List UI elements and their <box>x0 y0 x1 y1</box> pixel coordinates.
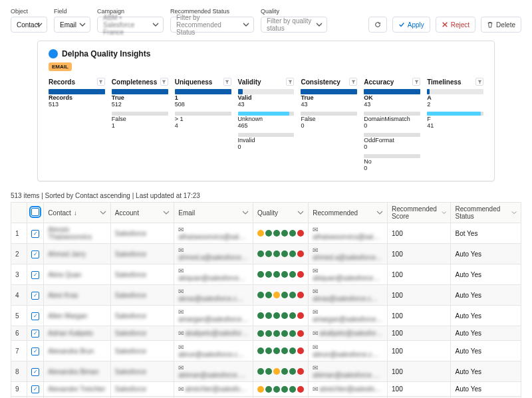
recommended-cell[interactable]: ✉abiman@salesforce.… <box>313 364 380 379</box>
status-dot <box>297 330 304 337</box>
col-email[interactable]: Email <box>174 203 253 223</box>
email-cell[interactable]: ✉abrun@salesforce.c… <box>178 344 244 358</box>
metric-sub-value: 465 <box>238 122 295 129</box>
rec-status: Auto Yes <box>455 271 481 278</box>
status-dot <box>281 292 288 298</box>
row-checkbox[interactable]: ✓ <box>31 230 39 238</box>
status-dot <box>281 386 288 393</box>
mail-icon: ✉ <box>313 267 318 274</box>
contact-name[interactable]: Adrian Kalipeto <box>48 330 93 337</box>
status-dot <box>265 368 272 375</box>
row-checkbox[interactable]: ✓ <box>31 312 39 320</box>
email-cell[interactable]: ✉amargan@salesforce… <box>178 308 248 323</box>
campaign-select[interactable]: ABM • Salesforce France <box>97 17 164 33</box>
field-value: Email <box>60 21 76 29</box>
metric-timeliness: TimelinessA2F41 <box>427 78 483 171</box>
recstatus-select[interactable]: Filter by Recommended Status <box>170 17 254 33</box>
delete-button[interactable]: Delete <box>481 17 521 33</box>
email-cell[interactable]: ✉akalipeto@salesfor… <box>178 330 248 337</box>
email-cell[interactable]: ✉athaiswoonvics@sal… <box>178 226 245 241</box>
apply-label: Apply <box>408 21 424 29</box>
contact-name[interactable]: Alexandre Treichler <box>48 385 105 393</box>
email-cell[interactable]: ✉ahmed.a@salesforce… <box>178 247 248 261</box>
contact-name[interactable]: Alexandra Brun <box>48 348 94 355</box>
recommended-cell[interactable]: ✉akalipeto@salesfor… <box>313 330 382 337</box>
recommended-cell[interactable]: ✉abrun@salesforce.c… <box>313 344 378 358</box>
email-cell[interactable]: ✉atreichler@salesfo… <box>178 385 247 393</box>
recommended-cell[interactable]: ✉akiquan@salesforce… <box>313 267 380 282</box>
status-dot <box>297 368 304 375</box>
quality-select[interactable]: Filter by quality status <box>261 17 327 33</box>
col-rec-status[interactable]: Recommended Status <box>451 203 521 223</box>
email-cell[interactable]: ✉akras@salesforce.c… <box>178 288 243 302</box>
rec-score: 100 <box>392 348 403 355</box>
col-quality[interactable]: Quality <box>253 203 308 223</box>
status-dot <box>257 312 264 319</box>
contact-name[interactable]: Alexi Kras <box>48 292 78 299</box>
contact-name[interactable]: Allen Margan <box>48 312 87 320</box>
contact-name[interactable]: Alexsis Thaiswoonvics <box>48 226 92 241</box>
recommended-cell[interactable]: ✉athaiswoonvics@sal… <box>313 226 380 241</box>
object-select[interactable]: Contact <box>11 17 47 33</box>
filter-icon[interactable] <box>412 78 420 86</box>
row-checkbox[interactable]: ✓ <box>31 292 39 300</box>
filter-icon[interactable] <box>349 78 357 86</box>
status-dot <box>265 250 272 257</box>
reject-button[interactable]: Reject <box>436 17 475 33</box>
contact-name[interactable]: Akira Quan <box>48 271 81 278</box>
select-all-checkbox[interactable] <box>31 208 39 216</box>
action-bar: Apply Reject Delete <box>368 17 521 33</box>
mail-icon: ✉ <box>313 330 318 337</box>
refresh-button[interactable] <box>368 17 387 33</box>
metric-main-label: Records <box>49 94 105 101</box>
mail-icon: ✉ <box>178 226 184 233</box>
table-row: 4✓Alexi KrasSalesforce✉akras@salesforce.… <box>11 285 521 306</box>
chevron-down-icon <box>243 21 249 28</box>
recommended-cell[interactable]: ✉ahmed.a@salesforce… <box>313 247 382 261</box>
col-rec-score[interactable]: Recommended Score <box>388 203 451 223</box>
contact-name[interactable]: Ahmed Jarry <box>48 250 86 258</box>
mail-icon: ✉ <box>178 344 184 351</box>
recommended-cell[interactable]: ✉akras@salesforce.c… <box>313 288 378 302</box>
field-select[interactable]: Email <box>54 17 90 33</box>
status-dot <box>273 312 280 319</box>
delete-label: Delete <box>496 21 515 29</box>
col-account[interactable]: Account <box>110 203 174 223</box>
row-checkbox[interactable]: ✓ <box>31 330 39 338</box>
apply-button[interactable]: Apply <box>392 17 430 33</box>
rec-score: 100 <box>392 271 403 278</box>
metric-name: Uniqueness <box>175 78 213 86</box>
row-number: 4 <box>15 292 19 299</box>
row-checkbox[interactable]: ✓ <box>31 348 39 355</box>
filter-icon[interactable] <box>286 78 294 86</box>
filter-bar: Object Contact Field Email Campaign ABM … <box>0 0 532 37</box>
row-checkbox[interactable]: ✓ <box>31 271 39 279</box>
email-cell[interactable]: ✉abiman@salesforce.… <box>178 364 245 379</box>
table-row: 7✓Alexandra BrunSalesforce✉abrun@salesfo… <box>11 341 521 361</box>
filter-icon[interactable] <box>223 78 231 86</box>
row-checkbox[interactable]: ✓ <box>31 250 39 258</box>
status-dot <box>281 330 288 337</box>
mail-icon: ✉ <box>178 308 184 316</box>
mail-icon: ✉ <box>178 385 184 393</box>
recommended-cell[interactable]: ✉atreichler@salesfo… <box>313 385 381 393</box>
reject-label: Reject <box>451 21 469 29</box>
recstatus-placeholder: Filter by Recommended Status <box>176 14 239 36</box>
rec-score: 100 <box>392 330 403 337</box>
mail-icon: ✉ <box>178 288 184 295</box>
metric-main-value: 512 <box>112 101 168 108</box>
status-dot <box>257 230 264 237</box>
row-checkbox[interactable]: ✓ <box>31 385 39 393</box>
email-cell[interactable]: ✉akiquan@salesforce… <box>178 267 245 282</box>
filter-icon[interactable] <box>475 78 483 86</box>
metric-sub-value: 0 <box>364 144 420 150</box>
row-checkbox[interactable]: ✓ <box>31 368 39 376</box>
filter-icon[interactable] <box>160 78 168 86</box>
contact-name[interactable]: Alexandra Biman <box>48 368 98 375</box>
col-contact[interactable]: Contact↓ <box>44 203 110 223</box>
recommended-cell[interactable]: ✉amargan@salesforce… <box>313 308 382 323</box>
col-recommended[interactable]: Recommended <box>309 203 388 223</box>
metric-accuracy: AccuracyOK43DomainMismatch0OddFormat0No0 <box>364 78 420 171</box>
filter-icon[interactable] <box>97 78 105 86</box>
metric-sub-label: False <box>301 116 357 122</box>
